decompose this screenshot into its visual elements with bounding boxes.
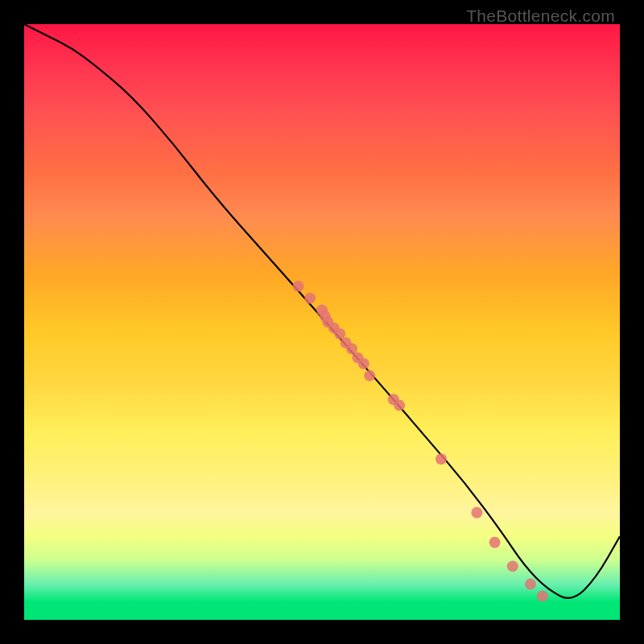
data-point <box>304 292 316 303</box>
data-point <box>471 507 482 518</box>
scatter-points <box>292 281 547 602</box>
data-point <box>358 358 369 369</box>
data-point <box>489 537 501 548</box>
data-point <box>436 453 447 464</box>
watermark-text: TheBottleneck.com <box>466 6 615 26</box>
data-point <box>525 579 536 590</box>
data-point <box>537 590 548 601</box>
data-point <box>394 400 405 411</box>
data-point <box>292 281 303 292</box>
chart-svg <box>24 24 620 620</box>
data-point <box>507 560 518 572</box>
data-point <box>364 370 375 382</box>
